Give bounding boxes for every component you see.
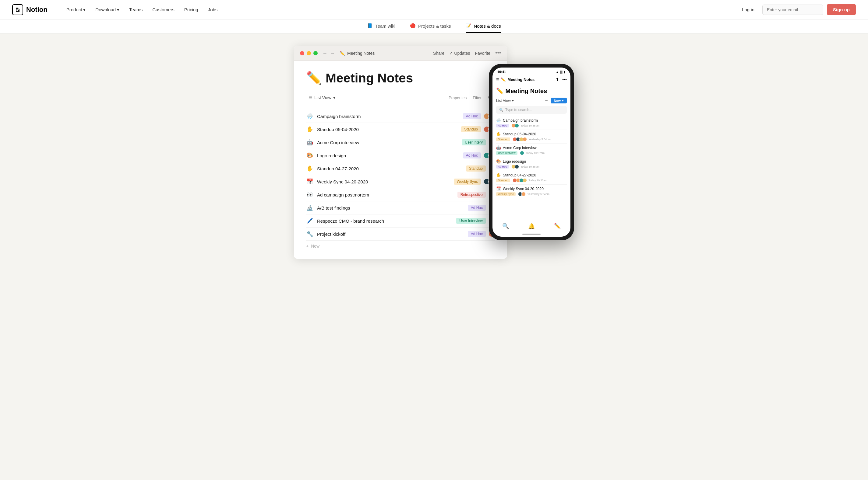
notion-logo-icon	[12, 4, 23, 15]
list-item[interactable]: 📅 Weekly Sync 04-20-2020 Weekly Sync	[306, 175, 495, 188]
notion-logo-text: Notion	[26, 6, 48, 14]
signup-button[interactable]: Sign up	[827, 4, 856, 15]
item-time: Yesterday 5:54pm	[527, 193, 550, 196]
item-title: A/B test findings	[317, 205, 350, 210]
properties-filter[interactable]: Properties	[448, 96, 467, 100]
list-item[interactable]: 🎨 Logo redesign Ad Hoc Today 10:38am	[496, 157, 567, 171]
more-options-text[interactable]: •••	[545, 99, 549, 103]
share-icon[interactable]: ⬆	[556, 77, 559, 82]
share-button[interactable]: Share	[433, 51, 444, 56]
item-tag: Ad Hoc	[463, 113, 481, 119]
traffic-lights	[300, 51, 318, 55]
mobile-list-view-btn[interactable]: List View ▾	[496, 99, 514, 103]
check-icon: ✓	[449, 51, 453, 56]
list-item[interactable]: 🤖 Acme Corp interview User Interview Tod…	[496, 144, 567, 157]
svg-rect-2	[17, 10, 18, 11]
mobile-list-view-row: List View ▾ ••• New ▾	[493, 96, 570, 106]
list-item[interactable]: 📅 Weekly Sync 04-20-2020 Weekly Sync Yes…	[496, 185, 567, 198]
avatar-group	[512, 165, 519, 169]
avatar-group	[513, 137, 527, 141]
item-emoji: 🖊️	[306, 217, 313, 224]
item-tag: Ad Hoc	[468, 205, 486, 211]
avatar-group	[512, 124, 519, 128]
chevron-down-icon: ▾	[333, 95, 335, 100]
item-tag: Weekly Sync	[454, 178, 481, 185]
updates-label[interactable]: Updates	[454, 51, 470, 56]
list-item[interactable]: 🌧️ Campaign brainstorm Ad Hoc	[306, 110, 495, 123]
list-item[interactable]: 🎨 Logo redesign Ad Hoc	[306, 149, 495, 162]
tab-projects-tasks[interactable]: 🔴 Projects & tasks	[410, 23, 451, 33]
maximize-button[interactable]	[313, 51, 318, 55]
list-item[interactable]: 🔧 Project kickoff Ad Hoc	[306, 228, 495, 241]
compose-icon[interactable]: ✏️	[554, 222, 561, 229]
mobile-new-button[interactable]: New ▾	[551, 98, 567, 103]
avatar-group	[513, 178, 527, 182]
bell-icon[interactable]: 🔔	[528, 222, 535, 229]
back-icon[interactable]: ←	[322, 50, 328, 56]
item-emoji: ✋	[496, 132, 501, 136]
item-emoji: 🤖	[306, 139, 313, 146]
mobile-page-emoji: ✏️	[496, 88, 504, 94]
nav-links: Product ▾ Download ▾ Teams Customers Pri…	[62, 5, 734, 15]
nav-jobs[interactable]: Jobs	[204, 5, 222, 14]
new-item-button[interactable]: + New	[306, 241, 495, 251]
list-item[interactable]: ✋ Standup 05-04-2020 Standup	[306, 123, 495, 136]
mobile-page-title: ✏️ Meeting Notes	[493, 84, 570, 96]
favorite-button[interactable]: Favorite	[475, 51, 491, 56]
item-tag: Ad Hoc	[496, 165, 509, 169]
item-tag: Standup	[496, 178, 510, 182]
mobile-status-bar: 10:41 ▲ ||| ▮	[493, 68, 570, 75]
desktop-mockup: ← → ✏️ Meeting Notes Share ✓ Updates Fav…	[294, 46, 507, 259]
list-item[interactable]: 🖊️ Respeczo CMO - brand research User In…	[306, 214, 495, 228]
avatar	[521, 192, 526, 196]
nav-download[interactable]: Download ▾	[91, 5, 124, 15]
search-icon: 🔍	[499, 108, 503, 112]
avatar	[515, 165, 519, 169]
mobile-list: 🌧️ Campaign brainstorm Ad Hoc Today 10:3…	[493, 116, 570, 220]
forward-icon[interactable]: →	[330, 50, 335, 56]
item-title: Respeczo CMO - brand research	[317, 218, 384, 224]
search-icon[interactable]: 🔍	[502, 222, 509, 229]
item-title: Campaign brainstorm	[317, 114, 361, 119]
item-title: Standup 05-04-2020	[317, 127, 359, 132]
nav-product[interactable]: Product ▾	[62, 5, 90, 15]
tab-team-wiki[interactable]: 📘 Team wiki	[367, 23, 395, 33]
chevron-down-icon: ▾	[83, 7, 86, 12]
mobile-screen: 10:41 ▲ ||| ▮ ≡ ✏️ Meeting Notes	[493, 68, 570, 237]
list-view-button[interactable]: ☰ List View ▾	[306, 94, 338, 101]
email-input[interactable]	[762, 5, 823, 15]
nav-customers[interactable]: Customers	[148, 5, 179, 14]
item-emoji: 🎨	[306, 152, 313, 159]
close-button[interactable]	[300, 51, 304, 55]
login-link[interactable]: Log in	[738, 5, 759, 14]
signal-icon: |||	[560, 70, 562, 74]
avatar	[520, 151, 524, 155]
tab-notes-docs[interactable]: 📝 Notes & docs	[466, 23, 501, 33]
breadcrumb: ✏️ Meeting Notes	[340, 51, 375, 56]
list-item[interactable]: ✋ Standup 05-04-2020 Standup Yeste	[496, 130, 567, 144]
filter-button[interactable]: Filter	[473, 96, 482, 100]
meeting-list: 🌧️ Campaign brainstorm Ad Hoc ✋	[306, 110, 495, 251]
item-emoji: 🎨	[496, 159, 501, 164]
nav-logo[interactable]: Notion	[12, 4, 48, 15]
minimize-button[interactable]	[307, 51, 311, 55]
hamburger-icon[interactable]: ≡	[496, 77, 499, 82]
mobile-search[interactable]: 🔍 Type to search...	[496, 106, 567, 114]
item-title: Weekly Sync 04-20-2020	[317, 179, 368, 184]
item-title: Project kickoff	[317, 232, 345, 237]
doc-toolbar: ☰ List View ▾ Properties Filter Sort	[306, 94, 495, 105]
list-item[interactable]: 🔬 A/B test findings Ad Hoc	[306, 201, 495, 214]
more-icon[interactable]: •••	[562, 77, 567, 82]
list-item[interactable]: 👀 Ad campaign postmortem Retrospective	[306, 188, 495, 201]
list-item[interactable]: 🌧️ Campaign brainstorm Ad Hoc Today 10:3…	[496, 116, 567, 130]
mobile-header-right: ⬆ •••	[556, 77, 567, 82]
item-tag: User Interv	[462, 139, 486, 145]
nav-pricing[interactable]: Pricing	[180, 5, 203, 14]
list-item[interactable]: ✋ Standup 04-27-2020 Standup Today	[496, 171, 567, 185]
more-options-button[interactable]: •••	[495, 50, 501, 56]
list-item[interactable]: ✋ Standup 04-27-2020 Standup	[306, 162, 495, 175]
list-item[interactable]: 🤖 Acme Corp interview User Interv	[306, 136, 495, 149]
item-emoji: 🤖	[496, 145, 501, 150]
nav-teams[interactable]: Teams	[125, 5, 147, 14]
mobile-time: 10:41	[497, 70, 506, 74]
